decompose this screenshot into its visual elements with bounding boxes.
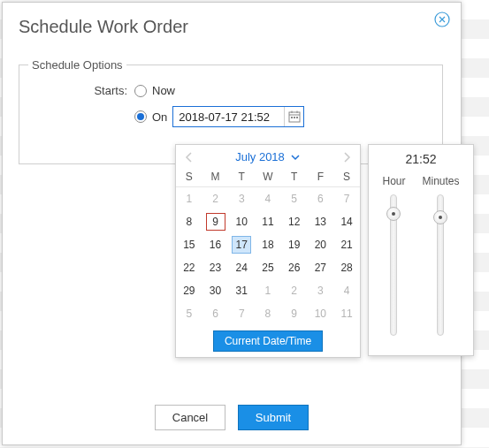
minutes-slider-column: Minutes xyxy=(422,175,459,336)
schedule-work-order-dialog: Schedule Work Order Schedule Options Sta… xyxy=(2,2,462,445)
prev-month-button[interactable] xyxy=(183,151,195,163)
calendar-day[interactable]: 11 xyxy=(255,210,281,233)
calendar-day[interactable]: 30 xyxy=(202,279,229,302)
on-label: On xyxy=(152,110,167,124)
hour-label: Hour xyxy=(382,175,405,187)
calendar-day[interactable]: 29 xyxy=(176,279,202,302)
radio-on[interactable] xyxy=(134,110,147,123)
chevron-down-icon xyxy=(290,152,301,163)
calendar-day[interactable]: 1 xyxy=(176,187,202,210)
calendar-day[interactable]: 17 xyxy=(228,233,255,256)
calendar-day[interactable]: 6 xyxy=(202,302,229,325)
calendar-day[interactable]: 5 xyxy=(281,187,308,210)
dialog-footer: Cancel Submit xyxy=(3,405,461,430)
calendar-day[interactable]: 7 xyxy=(333,187,360,210)
weekday-header: W xyxy=(255,167,281,187)
calendar-day[interactable]: 31 xyxy=(228,279,255,302)
time-sliders: Hour Minutes xyxy=(374,175,468,336)
weekday-header: S xyxy=(333,167,360,187)
calendar-day[interactable]: 12 xyxy=(281,210,308,233)
calendar-day[interactable]: 22 xyxy=(176,256,202,279)
calendar-day[interactable]: 3 xyxy=(228,187,255,210)
close-button[interactable] xyxy=(434,11,450,27)
chevron-left-icon xyxy=(183,151,195,163)
calendar-day[interactable]: 2 xyxy=(281,279,308,302)
calendar-day[interactable]: 4 xyxy=(255,187,281,210)
calendar-day[interactable]: 6 xyxy=(308,187,334,210)
hour-slider[interactable] xyxy=(390,194,397,336)
submit-button[interactable]: Submit xyxy=(238,405,309,430)
hour-slider-column: Hour xyxy=(382,175,405,336)
weekday-header: F xyxy=(308,167,334,187)
minutes-slider[interactable] xyxy=(437,194,444,336)
minutes-label: Minutes xyxy=(422,175,459,187)
calendar-day[interactable]: 19 xyxy=(281,233,308,256)
calendar-day[interactable]: 4 xyxy=(333,279,360,302)
weekday-header: T xyxy=(281,167,308,187)
month-year-selector[interactable]: July 2018 xyxy=(195,150,340,163)
calendar-day[interactable]: 20 xyxy=(308,233,334,256)
calendar-day[interactable]: 21 xyxy=(333,233,360,256)
datetime-input-wrap xyxy=(172,106,304,127)
time-display: 21:52 xyxy=(374,152,468,166)
calendar-day[interactable]: 23 xyxy=(202,256,229,279)
radio-now[interactable] xyxy=(134,85,147,97)
calendar-day[interactable]: 15 xyxy=(176,233,202,256)
weekday-header: S xyxy=(176,167,202,187)
calendar-day[interactable]: 27 xyxy=(308,256,334,279)
calendar-day[interactable]: 5 xyxy=(176,302,202,325)
calendar-icon xyxy=(288,110,301,123)
calendar-day[interactable]: 9 xyxy=(281,302,308,325)
calendar-day[interactable]: 8 xyxy=(255,302,281,325)
close-icon xyxy=(434,11,450,27)
cancel-button[interactable]: Cancel xyxy=(155,405,225,430)
calendar-day[interactable]: 13 xyxy=(308,210,334,233)
calendar-day[interactable]: 9 xyxy=(202,210,229,233)
calendar-day[interactable]: 2 xyxy=(202,187,229,210)
hour-slider-thumb[interactable] xyxy=(386,207,401,221)
calendar-day[interactable]: 8 xyxy=(176,210,202,233)
calendar-day[interactable]: 3 xyxy=(308,279,334,302)
calendar-day[interactable]: 24 xyxy=(228,256,255,279)
calendar-day[interactable]: 25 xyxy=(255,256,281,279)
next-month-button[interactable] xyxy=(340,151,353,163)
svg-rect-5 xyxy=(291,117,293,118)
schedule-options-legend: Schedule Options xyxy=(28,58,126,72)
calendar-day[interactable]: 7 xyxy=(228,302,255,325)
weekday-header: T xyxy=(228,167,255,187)
datetime-input[interactable] xyxy=(173,108,284,126)
calendar-day[interactable]: 11 xyxy=(333,302,360,325)
calendar-day[interactable]: 10 xyxy=(308,302,334,325)
calendar-grid: SMTWTFS 12345678910111213141516171819202… xyxy=(176,167,360,325)
time-picker: 21:52 Hour Minutes xyxy=(368,144,474,356)
date-picker-header: July 2018 xyxy=(176,145,360,167)
starts-label: Starts: xyxy=(28,84,134,97)
svg-rect-6 xyxy=(294,117,295,118)
dialog-title: Schedule Work Order xyxy=(3,3,461,46)
calendar-day[interactable]: 18 xyxy=(255,233,281,256)
calendar-trigger[interactable] xyxy=(284,107,303,126)
calendar-day[interactable]: 1 xyxy=(255,279,281,302)
calendar-day[interactable]: 10 xyxy=(228,210,255,233)
month-year-label: July 2018 xyxy=(235,150,285,163)
calendar-day[interactable]: 14 xyxy=(333,210,360,233)
svg-rect-7 xyxy=(296,117,298,118)
minutes-slider-thumb[interactable] xyxy=(433,210,447,224)
starts-now-row: Starts: Now xyxy=(28,84,433,97)
starts-on-row: On xyxy=(28,106,433,127)
now-label: Now xyxy=(152,84,175,97)
calendar-day[interactable]: 16 xyxy=(202,233,229,256)
calendar-day[interactable]: 26 xyxy=(281,256,308,279)
calendar-day[interactable]: 28 xyxy=(333,256,360,279)
date-picker: July 2018 SMTWTFS 1234567891011121314151… xyxy=(175,144,361,358)
weekday-header: M xyxy=(202,167,229,187)
chevron-right-icon xyxy=(340,151,353,163)
current-datetime-button[interactable]: Current Date/Time xyxy=(213,330,323,352)
